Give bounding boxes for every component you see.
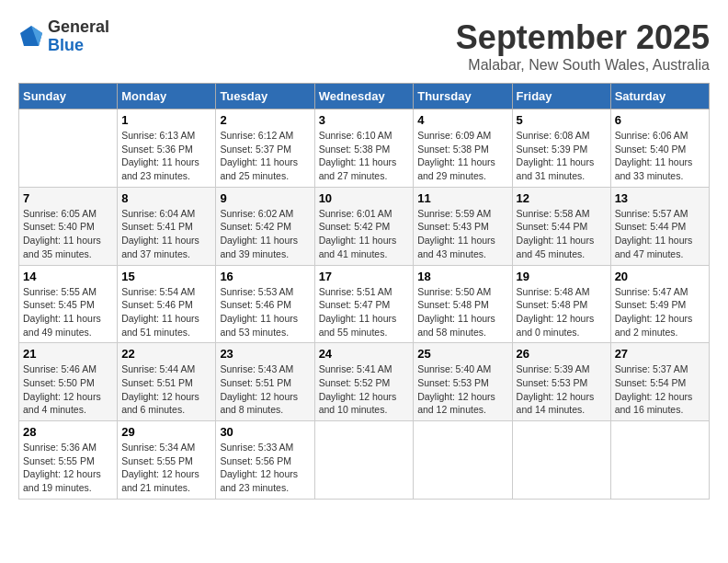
day-info: Sunrise: 5:37 AM Sunset: 5:54 PM Dayligh…: [615, 362, 705, 417]
day-number: 17: [319, 270, 410, 283]
calendar-cell: 14Sunrise: 5:55 AM Sunset: 5:45 PM Dayli…: [19, 265, 118, 343]
day-of-week-header: Monday: [118, 84, 216, 109]
calendar-cell: 23Sunrise: 5:43 AM Sunset: 5:51 PM Dayli…: [216, 343, 314, 421]
day-info: Sunrise: 6:08 AM Sunset: 5:39 PM Dayligh…: [517, 129, 607, 183]
calendar-cell: 13Sunrise: 5:57 AM Sunset: 5:44 PM Dayli…: [610, 187, 709, 265]
calendar-week-row: 7Sunrise: 6:05 AM Sunset: 5:40 PM Daylig…: [19, 187, 710, 265]
day-info: Sunrise: 5:48 AM Sunset: 5:48 PM Dayligh…: [517, 285, 607, 339]
day-number: 24: [319, 347, 410, 361]
day-info: Sunrise: 5:41 AM Sunset: 5:52 PM Dayligh…: [319, 362, 410, 417]
calendar-cell: 30Sunrise: 5:33 AM Sunset: 5:56 PM Dayli…: [216, 421, 314, 500]
logo-icon: [18, 24, 44, 50]
calendar-cell: 26Sunrise: 5:39 AM Sunset: 5:53 PM Dayli…: [512, 343, 610, 421]
calendar-cell: 2Sunrise: 6:12 AM Sunset: 5:37 PM Daylig…: [216, 109, 314, 188]
calendar-cell: 9Sunrise: 6:02 AM Sunset: 5:42 PM Daylig…: [216, 187, 314, 265]
calendar-cell: 25Sunrise: 5:40 AM Sunset: 5:53 PM Dayli…: [414, 343, 512, 421]
day-number: 16: [220, 270, 310, 283]
day-info: Sunrise: 5:54 AM Sunset: 5:46 PM Dayligh…: [121, 285, 211, 339]
day-number: 23: [220, 347, 310, 361]
day-of-week-header: Sunday: [19, 84, 118, 109]
logo-text: General Blue: [48, 18, 109, 55]
calendar-cell: 28Sunrise: 5:36 AM Sunset: 5:55 PM Dayli…: [19, 421, 118, 500]
day-info: Sunrise: 6:13 AM Sunset: 5:36 PM Dayligh…: [121, 129, 211, 183]
day-number: 2: [220, 113, 310, 127]
day-number: 3: [319, 113, 410, 127]
day-info: Sunrise: 5:33 AM Sunset: 5:56 PM Dayligh…: [220, 441, 310, 495]
calendar-cell: 11Sunrise: 5:59 AM Sunset: 5:43 PM Dayli…: [414, 187, 512, 265]
day-info: Sunrise: 5:34 AM Sunset: 5:55 PM Dayligh…: [121, 441, 211, 495]
day-number: 1: [121, 113, 211, 127]
day-info: Sunrise: 6:05 AM Sunset: 5:40 PM Dayligh…: [23, 207, 113, 261]
day-number: 19: [517, 270, 607, 283]
month-title: September 2025: [456, 18, 710, 57]
day-info: Sunrise: 5:36 AM Sunset: 5:55 PM Dayligh…: [23, 441, 113, 495]
day-number: 9: [220, 191, 310, 205]
calendar-cell: 22Sunrise: 5:44 AM Sunset: 5:51 PM Dayli…: [118, 343, 216, 421]
day-info: Sunrise: 5:58 AM Sunset: 5:44 PM Dayligh…: [517, 207, 607, 261]
day-info: Sunrise: 6:04 AM Sunset: 5:41 PM Dayligh…: [121, 207, 211, 261]
calendar-cell: 29Sunrise: 5:34 AM Sunset: 5:55 PM Dayli…: [118, 421, 216, 500]
calendar-cell: 24Sunrise: 5:41 AM Sunset: 5:52 PM Dayli…: [314, 343, 414, 421]
calendar-cell: 20Sunrise: 5:47 AM Sunset: 5:49 PM Dayli…: [610, 265, 709, 343]
day-info: Sunrise: 6:01 AM Sunset: 5:42 PM Dayligh…: [319, 207, 410, 261]
day-number: 5: [517, 113, 607, 127]
day-number: 7: [23, 191, 113, 205]
day-number: 13: [615, 191, 705, 205]
day-info: Sunrise: 6:12 AM Sunset: 5:37 PM Dayligh…: [220, 129, 310, 183]
day-number: 25: [417, 347, 507, 361]
day-number: 18: [417, 270, 507, 283]
calendar-cell: 19Sunrise: 5:48 AM Sunset: 5:48 PM Dayli…: [512, 265, 610, 343]
calendar-cell: [19, 109, 118, 188]
day-info: Sunrise: 5:50 AM Sunset: 5:48 PM Dayligh…: [417, 285, 507, 339]
day-info: Sunrise: 5:47 AM Sunset: 5:49 PM Dayligh…: [615, 285, 705, 339]
day-of-week-header: Thursday: [414, 84, 512, 109]
calendar-cell: 16Sunrise: 5:53 AM Sunset: 5:46 PM Dayli…: [216, 265, 314, 343]
day-number: 10: [319, 191, 410, 205]
calendar-cell: 5Sunrise: 6:08 AM Sunset: 5:39 PM Daylig…: [512, 109, 610, 188]
calendar-week-row: 21Sunrise: 5:46 AM Sunset: 5:50 PM Dayli…: [19, 343, 710, 421]
day-info: Sunrise: 5:44 AM Sunset: 5:51 PM Dayligh…: [121, 362, 211, 417]
day-number: 11: [417, 191, 507, 205]
calendar-cell: [512, 421, 610, 500]
day-number: 22: [121, 347, 211, 361]
location: Malabar, New South Wales, Australia: [456, 57, 710, 74]
day-of-week-header: Saturday: [610, 84, 709, 109]
day-of-week-header: Friday: [512, 84, 610, 109]
day-number: 26: [517, 347, 607, 361]
calendar-cell: 8Sunrise: 6:04 AM Sunset: 5:41 PM Daylig…: [118, 187, 216, 265]
logo: General Blue: [18, 18, 109, 55]
day-info: Sunrise: 5:46 AM Sunset: 5:50 PM Dayligh…: [23, 362, 113, 417]
day-info: Sunrise: 6:09 AM Sunset: 5:38 PM Dayligh…: [417, 129, 507, 183]
day-number: 12: [517, 191, 607, 205]
day-info: Sunrise: 5:57 AM Sunset: 5:44 PM Dayligh…: [615, 207, 705, 261]
day-number: 4: [417, 113, 507, 127]
calendar-cell: 27Sunrise: 5:37 AM Sunset: 5:54 PM Dayli…: [610, 343, 709, 421]
calendar-cell: 1Sunrise: 6:13 AM Sunset: 5:36 PM Daylig…: [118, 109, 216, 188]
day-info: Sunrise: 5:55 AM Sunset: 5:45 PM Dayligh…: [23, 285, 113, 339]
day-info: Sunrise: 5:59 AM Sunset: 5:43 PM Dayligh…: [417, 207, 507, 261]
day-number: 29: [121, 425, 211, 439]
calendar-cell: 21Sunrise: 5:46 AM Sunset: 5:50 PM Dayli…: [19, 343, 118, 421]
day-info: Sunrise: 6:10 AM Sunset: 5:38 PM Dayligh…: [319, 129, 410, 183]
calendar-cell: 7Sunrise: 6:05 AM Sunset: 5:40 PM Daylig…: [19, 187, 118, 265]
day-number: 27: [615, 347, 705, 361]
calendar-week-row: 1Sunrise: 6:13 AM Sunset: 5:36 PM Daylig…: [19, 109, 710, 188]
calendar-cell: 17Sunrise: 5:51 AM Sunset: 5:47 PM Dayli…: [314, 265, 414, 343]
calendar-cell: [314, 421, 414, 500]
page-header: General Blue September 2025 Malabar, New…: [18, 18, 710, 74]
day-number: 8: [121, 191, 211, 205]
day-info: Sunrise: 6:06 AM Sunset: 5:40 PM Dayligh…: [615, 129, 705, 183]
day-number: 21: [23, 347, 113, 361]
day-of-week-header: Tuesday: [216, 84, 314, 109]
calendar-cell: 18Sunrise: 5:50 AM Sunset: 5:48 PM Dayli…: [414, 265, 512, 343]
day-info: Sunrise: 5:43 AM Sunset: 5:51 PM Dayligh…: [220, 362, 310, 417]
calendar-cell: 10Sunrise: 6:01 AM Sunset: 5:42 PM Dayli…: [314, 187, 414, 265]
day-number: 30: [220, 425, 310, 439]
day-info: Sunrise: 5:51 AM Sunset: 5:47 PM Dayligh…: [319, 285, 410, 339]
day-info: Sunrise: 5:40 AM Sunset: 5:53 PM Dayligh…: [417, 362, 507, 417]
calendar-cell: 3Sunrise: 6:10 AM Sunset: 5:38 PM Daylig…: [314, 109, 414, 188]
calendar-header-row: SundayMondayTuesdayWednesdayThursdayFrid…: [19, 84, 710, 109]
day-number: 6: [615, 113, 705, 127]
day-number: 28: [23, 425, 113, 439]
calendar-table: SundayMondayTuesdayWednesdayThursdayFrid…: [18, 83, 710, 500]
